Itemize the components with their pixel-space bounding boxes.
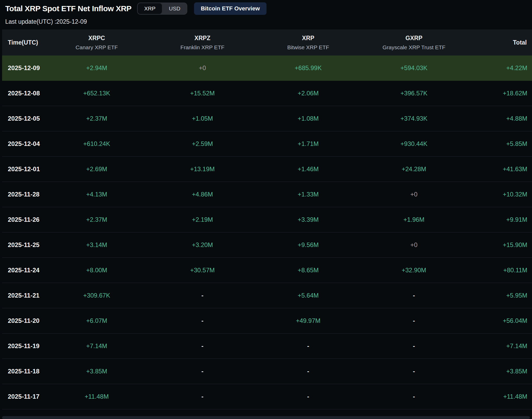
row-value: +15.52M xyxy=(150,90,256,97)
row-total: +10.32M xyxy=(467,191,532,198)
row-value: +685.99K xyxy=(255,64,361,72)
row-value: +0 xyxy=(361,191,467,198)
column-header-xrpc: XRPC Canary XRP ETF xyxy=(44,35,150,51)
row-value: +3.14M xyxy=(44,241,150,249)
row-value: +1.46M xyxy=(255,165,361,173)
row-date: 2025-11-21 xyxy=(2,292,44,299)
row-value: +49.97M xyxy=(255,317,361,324)
unit-toggle: XRP USD xyxy=(137,3,187,15)
column-header-total: Total xyxy=(467,39,532,46)
row-total: +41.63M xyxy=(467,165,532,173)
row-value: +32.90M xyxy=(361,267,467,274)
row-value: +3.39M xyxy=(255,216,361,223)
row-date: 2025-11-24 xyxy=(2,267,44,274)
etf-netflow-table: Time(UTC) XRPC Canary XRP ETF XRPZ Frank… xyxy=(2,29,532,419)
row-value: - xyxy=(255,368,361,375)
ticker-label: GXRP xyxy=(361,35,467,42)
row-value: - xyxy=(150,342,256,350)
row-date: 2025-11-20 xyxy=(2,317,44,324)
row-value: - xyxy=(150,292,256,299)
row-value: +2.59M xyxy=(150,140,256,147)
row-value: +24.28M xyxy=(361,165,467,173)
row-date: 2025-12-08 xyxy=(2,90,44,97)
row-value: - xyxy=(361,393,467,400)
row-total: +5.85M xyxy=(467,140,532,147)
table-row: 2025-11-17 +11.48M - - - +11.48M xyxy=(2,384,532,409)
table-row: 2025-12-05 +2.37M +1.05M +1.08M +374.93K… xyxy=(2,106,532,131)
row-value: - xyxy=(150,368,256,375)
row-value: +3.85M xyxy=(44,368,150,375)
row-value: +930.44K xyxy=(361,140,467,147)
last-update-text: Last update(UTC) :2025-12-09 xyxy=(0,15,532,25)
row-value: +30.57M xyxy=(150,267,256,274)
row-date: 2025-11-26 xyxy=(2,216,44,223)
row-value: +1.08M xyxy=(255,115,361,122)
bitcoin-etf-overview-button[interactable]: Bitcoin ETF Overview xyxy=(194,2,267,15)
column-header-xrpz: XRPZ Franklin XRP ETF xyxy=(150,35,256,51)
page-title: Total XRP Spot ETF Net Inflow XRP xyxy=(5,4,131,13)
row-value: - xyxy=(361,292,467,299)
row-value: - xyxy=(255,342,361,350)
row-total: +11.48M xyxy=(467,393,532,400)
ticker-label: XRPZ xyxy=(150,35,256,42)
table-row: 2025-11-21 +309.67K - +5.64M - +5.95M xyxy=(2,283,532,308)
row-total: +9.91M xyxy=(467,216,532,223)
row-total: +18.62M xyxy=(467,90,532,97)
row-value: +4.13M xyxy=(44,191,150,198)
row-total: +56.04M xyxy=(467,317,532,324)
row-date: 2025-11-28 xyxy=(2,191,44,198)
table-header-row: Time(UTC) XRPC Canary XRP ETF XRPZ Frank… xyxy=(2,29,532,56)
row-value: +1.96M xyxy=(361,216,467,223)
row-value: +7.14M xyxy=(44,342,150,350)
table-row: 2025-12-01 +2.69M +13.19M +1.46M +24.28M… xyxy=(2,157,532,182)
row-date: 2025-11-17 xyxy=(2,393,44,400)
table-row: 2025-11-28 +4.13M +4.86M +1.33M +0 +10.3… xyxy=(2,182,532,207)
row-value: +2.06M xyxy=(255,90,361,97)
row-date: 2025-11-18 xyxy=(2,368,44,375)
toggle-option-xrp[interactable]: XRP xyxy=(137,3,162,14)
row-value: +5.64M xyxy=(255,292,361,299)
column-header-xrp: XRP Bitwise XRP ETF xyxy=(255,35,361,51)
row-date: 2025-11-25 xyxy=(2,241,44,249)
row-value: +4.86M xyxy=(150,191,256,198)
ticker-label: XRPC xyxy=(44,35,150,42)
row-total: +80.11M xyxy=(467,267,532,274)
row-value: +13.19M xyxy=(150,165,256,173)
row-date: 2025-12-04 xyxy=(2,140,44,147)
row-value: +0 xyxy=(150,64,256,72)
row-total: +7.14M xyxy=(467,342,532,350)
ticker-label: XRP xyxy=(255,35,361,42)
fund-name-label: Bitwise XRP ETF xyxy=(255,44,361,51)
table-row: 2025-11-20 +6.07M - +49.97M - +56.04M xyxy=(2,308,532,334)
row-value: - xyxy=(150,317,256,324)
table-row: 2025-12-04 +610.24K +2.59M +1.71M +930.4… xyxy=(2,131,532,157)
table-row: 2025-11-25 +3.14M +3.20M +9.56M +0 +15.9… xyxy=(2,232,532,258)
table-row: 2025-11-18 +3.85M - - - +3.85M xyxy=(2,359,532,384)
row-value: +8.65M xyxy=(255,267,361,274)
row-value: +2.69M xyxy=(44,165,150,173)
row-total: +4.88M xyxy=(467,115,532,122)
row-total: +5.95M xyxy=(467,292,532,299)
row-date: 2025-11-19 xyxy=(2,342,44,350)
row-value: +374.93K xyxy=(361,115,467,122)
fund-name-label: Franklin XRP ETF xyxy=(150,44,256,51)
row-value: +396.57K xyxy=(361,90,467,97)
row-value: - xyxy=(361,317,467,324)
row-value: +6.07M xyxy=(44,317,150,324)
row-date: 2025-12-01 xyxy=(2,165,44,173)
toggle-option-usd[interactable]: USD xyxy=(162,3,187,14)
row-value: +309.67K xyxy=(44,292,150,299)
row-total: +15.90M xyxy=(467,241,532,249)
row-value: - xyxy=(361,342,467,350)
table-row: 2025-11-26 +2.37M +2.19M +3.39M +1.96M +… xyxy=(2,207,532,232)
row-total: +4.22M xyxy=(467,64,532,72)
horizontal-scrollbar[interactable] xyxy=(2,416,530,419)
row-total: +3.85M xyxy=(467,368,532,375)
row-date: 2025-12-05 xyxy=(2,115,44,122)
row-value: +652.13K xyxy=(44,90,150,97)
table-body: 2025-12-09 +2.94M +0 +685.99K +594.03K +… xyxy=(2,56,532,419)
top-bar: Total XRP Spot ETF Net Inflow XRP XRP US… xyxy=(0,0,532,15)
row-value: - xyxy=(150,393,256,400)
row-value: - xyxy=(255,393,361,400)
row-value: - xyxy=(361,368,467,375)
